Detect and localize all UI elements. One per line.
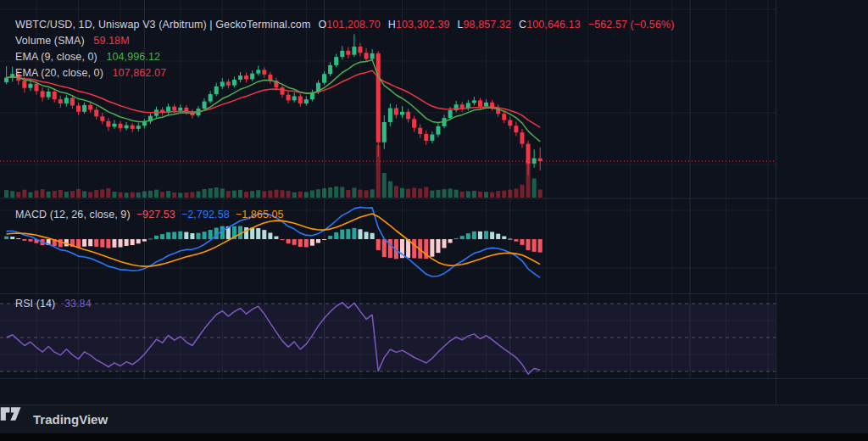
attribution-bar: TradingView: [0, 405, 868, 433]
price-axis[interactable]: 130,000.00120,000.00110,000.002,000.0060…: [776, 0, 868, 379]
tradingview-logo-icon[interactable]: [0, 405, 22, 422]
chart-svg: [0, 0, 868, 405]
candlestick: [4, 34, 542, 176]
ema-lines: [7, 60, 541, 142]
price-gridlines: [0, 9, 776, 354]
macd-histogram: [4, 226, 542, 260]
chart-root: WBTC/USD, 1D, Uniswap V3 (Arbitrum) | Ge…: [0, 0, 868, 441]
chart-canvas[interactable]: WBTC/USD, 1D, Uniswap V3 (Arbitrum) | Ge…: [0, 0, 868, 405]
volume-bars: [4, 145, 542, 198]
ema9-line: [7, 60, 541, 142]
page-edge: [0, 433, 868, 441]
ema20-line: [7, 70, 541, 127]
tradingview-wordmark[interactable]: TradingView: [33, 412, 108, 427]
rsi-band: [0, 304, 776, 371]
time-axis[interactable]: 14Sep14Oct14Nov14Dec14: [0, 379, 776, 405]
